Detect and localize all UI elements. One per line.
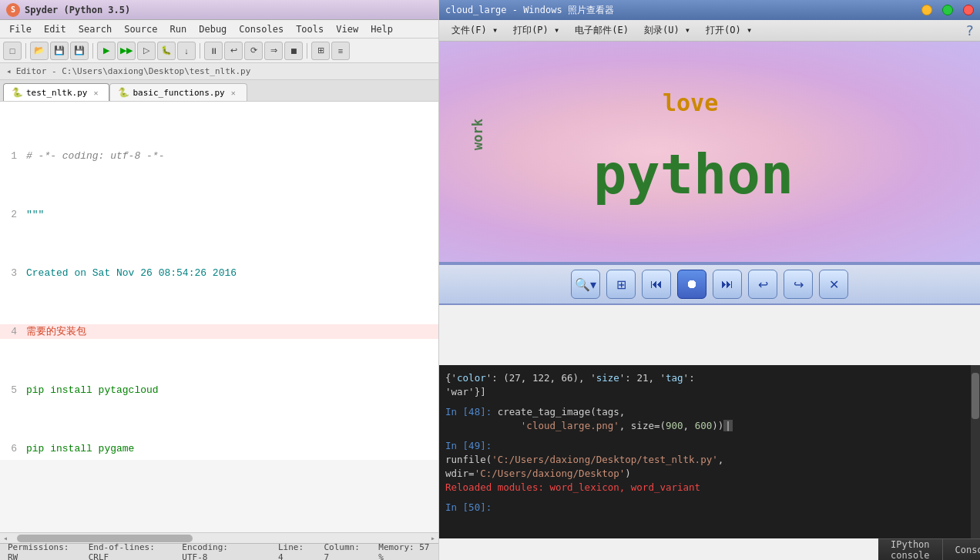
tab-close-1[interactable]: ✕ bbox=[90, 87, 101, 98]
viewer-menu-open[interactable]: 打开(O) ▾ bbox=[700, 22, 758, 39]
column-info: Column: 7 bbox=[324, 542, 363, 561]
toolbar-sep-3 bbox=[200, 43, 200, 59]
scroll-thumb[interactable] bbox=[17, 535, 193, 542]
code-line-1: 1 # -*- coding: utf-8 -*- bbox=[0, 149, 438, 163]
tab-ipython-console[interactable]: IPython console bbox=[878, 539, 943, 560]
tab-label-1: test_nltk.py bbox=[26, 88, 87, 98]
filepath-text: Editor - C:\Users\daxiong\Desktop\test_n… bbox=[16, 66, 251, 76]
console-blank-1 bbox=[445, 399, 974, 405]
image-viewer-titlebar: cloud_large - Windows 照片查看器 bbox=[439, 0, 980, 20]
tab-basic-functions[interactable]: 🐍 basic_functions.py ✕ bbox=[109, 83, 247, 101]
console-line-in50: In [50]: bbox=[445, 501, 974, 515]
python-icon-2: 🐍 bbox=[118, 87, 129, 98]
console-scrollbar[interactable] bbox=[971, 365, 980, 538]
prev-btn[interactable]: ⏮ bbox=[642, 270, 671, 299]
console-line-in48b: 'cloud_large.png', size=(900, 600))| bbox=[445, 419, 974, 433]
console-area[interactable]: {'color': (27, 122, 66), 'size': 21, 'ta… bbox=[439, 365, 980, 538]
console-line-in48: In [48]: create_tag_image(tags, bbox=[445, 405, 974, 419]
tab-label-2: basic_functions.py bbox=[133, 88, 224, 98]
code-content: 1 # -*- coding: utf-8 -*- 2 """ 3 Create… bbox=[0, 102, 438, 460]
menu-debug[interactable]: Debug bbox=[193, 22, 233, 36]
maximize-btn[interactable] bbox=[942, 5, 953, 15]
run-file-btn[interactable]: ▶▶ bbox=[117, 42, 136, 60]
console-line-2: 'war'}] bbox=[445, 385, 974, 399]
menu-file[interactable]: File bbox=[3, 22, 38, 36]
viewer-menu-email[interactable]: 电子邮件(E) bbox=[569, 22, 635, 39]
tab-test-nltk[interactable]: 🐍 test_nltk.py ✕ bbox=[3, 83, 109, 101]
menu-run[interactable]: Run bbox=[164, 22, 193, 36]
tab-ipython-label: IPython console bbox=[891, 539, 930, 561]
menu-tools[interactable]: Tools bbox=[290, 22, 330, 36]
console-blank-3 bbox=[445, 495, 974, 501]
menu-source[interactable]: Source bbox=[118, 22, 163, 36]
viewer-menu-print[interactable]: 打印(P) ▾ bbox=[507, 22, 566, 39]
toolbar-sep-4 bbox=[307, 43, 307, 59]
tab-console[interactable]: Console bbox=[943, 539, 980, 560]
app-title: Spyder (Python 3.5) bbox=[25, 5, 130, 15]
spyder-icon: S bbox=[6, 3, 20, 17]
tab-console-label: Console bbox=[955, 545, 980, 555]
minimize-btn[interactable] bbox=[921, 5, 932, 15]
code-line-4: 4 需要的安装包 bbox=[0, 324, 438, 339]
slideshow-btn[interactable]: ⏺ bbox=[677, 270, 706, 299]
window-title: cloud_large - Windows 照片查看器 bbox=[445, 4, 614, 17]
close-btn[interactable] bbox=[963, 5, 974, 15]
rotate-ccw-btn[interactable]: ↩ bbox=[748, 270, 777, 299]
new-file-btn[interactable]: □ bbox=[3, 42, 22, 60]
right-panel: cloud_large - Windows 照片查看器 文件(F) ▾ 打印(P… bbox=[439, 0, 980, 560]
continue-btn[interactable]: ↩ bbox=[224, 42, 243, 60]
console-scrollbar-thumb[interactable] bbox=[972, 373, 979, 419]
save-all-btn[interactable]: 💾 bbox=[70, 42, 89, 60]
open-btn[interactable]: 📂 bbox=[30, 42, 49, 60]
run-sel-btn[interactable]: ▷ bbox=[137, 42, 156, 60]
extra-btn2[interactable]: ≡ bbox=[331, 42, 350, 60]
step-over-btn[interactable]: ⟳ bbox=[244, 42, 263, 60]
help-icon[interactable]: ? bbox=[965, 22, 974, 39]
menu-edit[interactable]: Edit bbox=[38, 22, 72, 36]
menu-help[interactable]: Help bbox=[364, 22, 399, 36]
step-btn[interactable]: ↓ bbox=[177, 42, 196, 60]
nav-back-btn[interactable]: ◂ bbox=[6, 66, 12, 76]
console-tabbar: IPython console Console History 108 bbox=[878, 538, 980, 560]
console-line-reload: Reloaded modules: word_lexicon, word_var… bbox=[445, 481, 974, 495]
actual-size-btn[interactable]: ⊞ bbox=[606, 270, 636, 299]
zoom-btn[interactable]: 🔍▾ bbox=[571, 270, 600, 299]
extra-btn[interactable]: ⊞ bbox=[311, 42, 330, 60]
python-icon: 🐍 bbox=[12, 87, 23, 98]
tab-bar: 🐍 test_nltk.py ✕ 🐍 basic_functions.py ✕ bbox=[0, 80, 438, 102]
wc-word-work: work bbox=[470, 119, 485, 150]
viewer-toolbar: 🔍▾ ⊞ ⏮ ⏺ ⏭ ↩ ↪ ✕ bbox=[439, 265, 980, 305]
left-panel: S Spyder (Python 3.5) File Edit Search S… bbox=[0, 0, 439, 560]
memory-info: Memory: 57 % bbox=[378, 542, 431, 561]
debug-btn[interactable]: 🐛 bbox=[157, 42, 176, 60]
viewer-menu-burn[interactable]: 刻录(U) ▾ bbox=[638, 22, 696, 39]
code-editor[interactable]: 1 # -*- coding: utf-8 -*- 2 """ 3 Create… bbox=[0, 102, 438, 460]
delete-btn[interactable]: ✕ bbox=[819, 270, 848, 299]
run-btn[interactable]: ▶ bbox=[97, 42, 116, 60]
menu-consoles[interactable]: Consoles bbox=[233, 22, 290, 36]
code-line-2: 2 """ bbox=[0, 207, 438, 222]
scroll-left-btn[interactable]: ◂ bbox=[0, 534, 11, 542]
menu-search[interactable]: Search bbox=[72, 22, 118, 36]
stop-btn[interactable]: ⏹ bbox=[284, 42, 303, 60]
scroll-right-btn[interactable]: ▸ bbox=[428, 534, 438, 542]
console-blank-2 bbox=[445, 433, 974, 439]
menu-view[interactable]: View bbox=[330, 22, 364, 36]
step-out-btn[interactable]: ⇒ bbox=[264, 42, 283, 60]
breakpoint-btn[interactable]: ⏸ bbox=[204, 42, 223, 60]
viewer-menu-file[interactable]: 文件(F) ▾ bbox=[445, 22, 504, 39]
code-line-6: 6 pip install pygame bbox=[0, 441, 438, 456]
encoding: Encoding: UTF-8 bbox=[182, 542, 247, 561]
tab-close-2[interactable]: ✕ bbox=[228, 87, 239, 98]
status-bar: Permissions: RW End-of-lines: CRLF Encod… bbox=[0, 543, 438, 560]
menu-bar: File Edit Search Source Run Debug Consol… bbox=[0, 20, 438, 39]
code-line-3: 3 Created on Sat Nov 26 08:54:26 2016 bbox=[0, 266, 438, 280]
console-line-1: {'color': (27, 122, 66), 'size': 21, 'ta… bbox=[445, 371, 974, 385]
save-btn[interactable]: 💾 bbox=[50, 42, 69, 60]
wc-word-python: python bbox=[593, 142, 794, 206]
next-btn[interactable]: ⏭ bbox=[713, 270, 742, 299]
console-line-wdir: wdir='C:/Users/daxiong/Desktop') bbox=[445, 467, 974, 481]
wordcloud-area: work love python bbox=[439, 42, 980, 265]
toolbar: □ 📂 💾 💾 ▶ ▶▶ ▷ 🐛 ↓ ⏸ ↩ ⟳ ⇒ ⏹ ⊞ ≡ bbox=[0, 39, 438, 63]
rotate-cw-btn[interactable]: ↪ bbox=[784, 270, 813, 299]
